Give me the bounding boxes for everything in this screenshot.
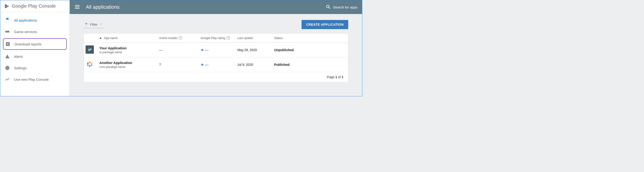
last-update-cell: Jul 9, 2020 xyxy=(237,63,274,67)
sidebar-item-settings[interactable]: Settings xyxy=(0,62,70,74)
chart-line-icon xyxy=(5,77,10,82)
sidebar-item-label: All applications xyxy=(14,18,37,22)
app-name: Another Application xyxy=(99,61,159,65)
svg-point-15 xyxy=(87,65,88,66)
col-active-installs[interactable]: Active installs ? xyxy=(159,36,200,40)
help-icon[interactable]: ? xyxy=(179,36,182,40)
svg-point-11 xyxy=(89,62,90,63)
menu-icon[interactable] xyxy=(74,4,80,10)
topbar: All applications Search for apps xyxy=(70,0,362,14)
sidebar-item-game-services[interactable]: Game services xyxy=(0,26,70,37)
app-icon xyxy=(86,45,94,54)
logo-text: Google Play Console xyxy=(12,3,56,9)
sidebar-nav: All applications Game services Download … xyxy=(0,12,70,87)
filter-icon xyxy=(84,22,88,27)
app-icon-cell xyxy=(86,60,99,69)
gear-icon xyxy=(5,65,10,70)
svg-rect-10 xyxy=(86,60,94,68)
sidebar: Google Play Console All applications Gam… xyxy=(0,0,70,96)
rating-cell: ★— xyxy=(200,62,237,67)
rating-cell: ★— xyxy=(200,48,237,52)
svg-point-16 xyxy=(87,63,88,64)
main: All applications Search for apps Filter xyxy=(70,0,362,96)
app-icon xyxy=(86,60,94,68)
app-icon-cell xyxy=(86,45,99,54)
sort-asc-icon xyxy=(99,37,102,39)
help-icon[interactable]: ? xyxy=(226,36,230,40)
sidebar-item-label: Settings xyxy=(14,66,26,70)
sidebar-item-use-new-console[interactable]: Use new Play Console xyxy=(0,74,70,85)
active-installs-cell: — xyxy=(159,48,200,52)
svg-point-6 xyxy=(326,5,329,7)
table-row[interactable]: Your Application io.package.name — ★— Ma… xyxy=(84,43,348,57)
applications-table: App name Active installs ? Google Play r… xyxy=(84,33,348,82)
play-console-logo-icon xyxy=(4,4,10,9)
sidebar-item-all-applications[interactable]: All applications xyxy=(0,14,70,26)
star-icon: ★ xyxy=(200,63,204,67)
filter-dropdown[interactable]: Filter xyxy=(84,21,104,28)
toolbar: Filter CREATE APPLICATION xyxy=(84,20,348,29)
col-status[interactable]: Status xyxy=(274,36,344,40)
logo: Google Play Console xyxy=(0,0,70,12)
active-installs-cell: 7 xyxy=(159,63,200,67)
app-package: io.package.name xyxy=(99,50,159,54)
svg-point-14 xyxy=(89,65,90,67)
download-icon xyxy=(5,42,10,47)
create-application-button[interactable]: CREATE APPLICATION xyxy=(302,20,348,29)
sidebar-item-label: Game services xyxy=(14,30,37,34)
svg-point-12 xyxy=(91,63,92,64)
table-row[interactable]: Another Application com.pacakge.name 7 ★… xyxy=(84,57,348,72)
search-icon xyxy=(326,4,331,10)
page-title: All applications xyxy=(86,4,326,10)
sidebar-item-download-reports[interactable]: Download reports xyxy=(3,38,67,50)
app-name-cell: Your Application io.package.name xyxy=(99,46,159,54)
col-last-update[interactable]: Last update xyxy=(237,36,274,40)
last-update-cell: May 29, 2020 xyxy=(237,48,274,52)
sidebar-item-label: Alerts xyxy=(14,55,23,59)
search-label: Search for apps xyxy=(333,5,358,9)
table-header: App name Active installs ? Google Play r… xyxy=(84,33,348,43)
app-name-cell: Another Application com.pacakge.name xyxy=(99,61,159,69)
star-icon: ★ xyxy=(200,48,204,52)
app-name: Your Application xyxy=(99,46,159,50)
content: Filter CREATE APPLICATION App name Activ… xyxy=(70,14,362,88)
svg-rect-3 xyxy=(5,31,10,32)
android-icon xyxy=(5,18,10,23)
svg-point-13 xyxy=(91,65,92,66)
sidebar-item-label: Use new Play Console xyxy=(14,78,49,82)
sidebar-item-alerts[interactable]: Alerts xyxy=(0,51,70,62)
filter-label: Filter xyxy=(90,22,98,26)
status-cell: Unpublished xyxy=(274,48,344,52)
status-cell: Published xyxy=(274,63,344,67)
col-app-name[interactable]: App name xyxy=(99,36,159,40)
sidebar-item-label: Download reports xyxy=(14,42,42,46)
gamepad-icon xyxy=(5,29,10,34)
col-rating[interactable]: Google Play rating ? xyxy=(200,36,237,40)
alert-icon xyxy=(5,54,10,59)
chevron-down-icon xyxy=(99,22,102,26)
pagination: Page 1 of 1 xyxy=(84,72,348,82)
app-package: com.pacakge.name xyxy=(99,65,159,69)
search-button[interactable]: Search for apps xyxy=(326,4,358,10)
svg-line-7 xyxy=(329,7,330,9)
